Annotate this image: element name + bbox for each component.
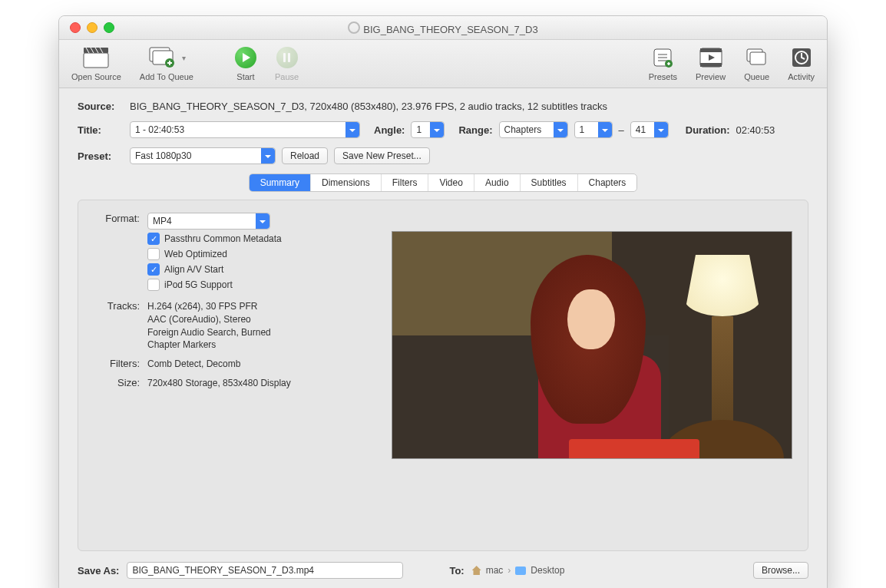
chevron-down-icon[interactable]: ▾	[182, 54, 186, 62]
open-source-button[interactable]: Open Source	[71, 45, 121, 81]
activity-button[interactable]: Activity	[788, 45, 815, 81]
duration-value: 02:40:53	[736, 124, 775, 136]
path-folder: Desktop	[531, 565, 564, 576]
align-av-start-checkbox[interactable]: Align A/V Start	[147, 263, 282, 276]
tab-subtitles[interactable]: Subtitles	[521, 174, 578, 191]
range-type-select[interactable]: Chapters	[499, 121, 568, 138]
format-select[interactable]: MP4	[147, 213, 270, 230]
filters-value: Comb Detect, Decomb	[147, 358, 240, 371]
pause-icon	[276, 47, 298, 68]
tab-video[interactable]: Video	[428, 174, 474, 191]
queue-icon	[745, 45, 769, 71]
svg-rect-9	[700, 63, 722, 67]
tab-chapters[interactable]: Chapters	[578, 174, 637, 191]
title-label: Title:	[78, 124, 124, 136]
presets-button[interactable]: Presets	[649, 45, 677, 81]
web-optimized-checkbox[interactable]: Web Optimized	[147, 248, 282, 260]
chevron-right-icon: ›	[507, 565, 511, 576]
save-as-label: Save As:	[78, 565, 119, 576]
destination-path[interactable]: mac › Desktop	[472, 565, 565, 576]
browse-button[interactable]: Browse...	[753, 562, 808, 579]
pause-button: Pause	[275, 45, 299, 81]
save-new-preset-button[interactable]: Save New Preset...	[334, 147, 430, 164]
tab-bar: Summary Dimensions Filters Video Audio S…	[78, 173, 808, 192]
clapperboard-icon	[83, 45, 109, 71]
play-icon	[235, 47, 256, 68]
preset-label: Preset:	[78, 150, 124, 162]
save-as-input[interactable]: BIG_BANG_THEORY_SEASON_7_D3.mp4	[127, 562, 403, 579]
format-label: Format:	[94, 213, 140, 224]
range-label: Range:	[458, 124, 492, 136]
size-label: Size:	[94, 377, 140, 388]
tab-dimensions[interactable]: Dimensions	[311, 174, 382, 191]
add-to-queue-button[interactable]: ▾ Add To Queue	[140, 45, 193, 81]
angle-label: Angle:	[374, 124, 405, 136]
filters-label: Filters:	[94, 358, 140, 369]
reload-button[interactable]: Reload	[282, 147, 328, 164]
svg-rect-12	[750, 52, 765, 64]
to-label: To:	[449, 565, 464, 576]
source-value: BIG_BANG_THEORY_SEASON_7_D3, 720x480 (85…	[130, 101, 607, 112]
titlebar: BIG_BANG_THEORY_SEASON_7_D3	[59, 16, 827, 40]
app-window: BIG_BANG_THEORY_SEASON_7_D3 Open Source …	[58, 15, 828, 588]
tracks-value: H.264 (x264), 30 FPS PFR AAC (CoreAudio)…	[147, 300, 271, 352]
start-button[interactable]: Start	[235, 45, 256, 81]
folder-icon	[515, 567, 526, 575]
summary-panel: Format: MP4 Passthru Common Metadata Web…	[78, 200, 808, 551]
preview-button[interactable]: Preview	[696, 45, 726, 81]
queue-button[interactable]: Queue	[744, 45, 769, 81]
home-icon	[472, 566, 481, 575]
passthru-metadata-checkbox[interactable]: Passthru Common Metadata	[147, 233, 282, 245]
presets-icon	[652, 45, 673, 71]
svg-rect-0	[84, 53, 108, 68]
svg-rect-8	[700, 48, 722, 52]
angle-select[interactable]: 1	[411, 121, 445, 138]
content-area: Source: BIG_BANG_THEORY_SEASON_7_D3, 720…	[59, 88, 827, 588]
duration-label: Duration:	[686, 124, 730, 136]
preset-select[interactable]: Fast 1080p30	[130, 147, 276, 164]
tracks-label: Tracks:	[94, 300, 140, 312]
title-select[interactable]: 1 - 02:40:53	[130, 121, 360, 138]
path-user: mac	[486, 565, 504, 576]
tab-filters[interactable]: Filters	[382, 174, 429, 191]
range-from-select[interactable]: 1	[574, 121, 613, 138]
disc-icon	[348, 21, 360, 34]
source-label: Source:	[78, 101, 124, 112]
toolbar: Open Source ▾ Add To Queue Start Pause P…	[59, 40, 827, 88]
tab-summary[interactable]: Summary	[250, 174, 311, 191]
activity-icon	[792, 45, 812, 71]
range-separator: –	[619, 124, 624, 136]
size-value: 720x480 Storage, 853x480 Display	[147, 377, 291, 390]
preview-image	[392, 231, 792, 459]
ipod-5g-support-checkbox[interactable]: iPod 5G Support	[147, 279, 282, 291]
tab-audio[interactable]: Audio	[474, 174, 521, 191]
range-to-select[interactable]: 41	[630, 121, 669, 138]
add-to-queue-icon: ▾	[147, 45, 186, 71]
window-title: BIG_BANG_THEORY_SEASON_7_D3	[59, 21, 827, 35]
preview-icon	[699, 45, 722, 71]
